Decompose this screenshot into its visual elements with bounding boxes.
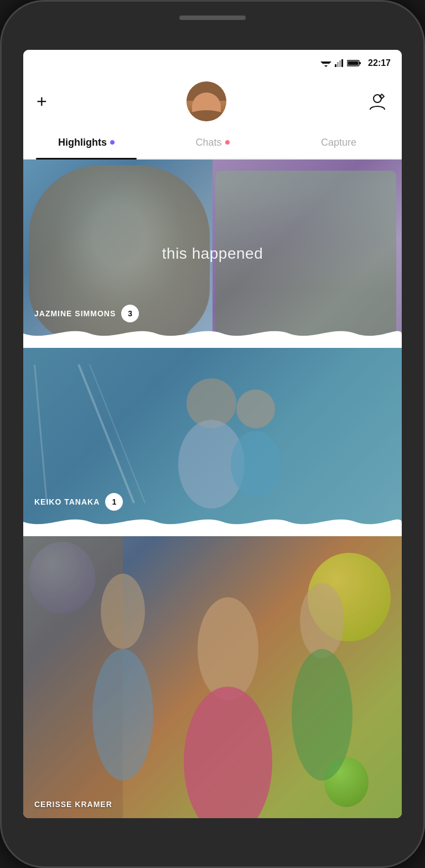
- card1-count-badge: 3: [121, 305, 139, 322]
- app-header: +: [23, 76, 402, 126]
- tab-highlights-label: Highlights: [58, 137, 107, 148]
- tab-capture-label: Capture: [321, 137, 356, 148]
- svg-rect-9: [348, 61, 359, 65]
- phone-shell: 22:17 +: [0, 0, 425, 868]
- card3-user-name: CERISSE KRAMER: [34, 800, 112, 809]
- card2-user-name: KEIKO TANAKA: [34, 497, 100, 506]
- wave-svg-1: [23, 322, 402, 348]
- content-area: this happened JAZMINE SIMMONS 3: [23, 160, 402, 818]
- contacts-icon[interactable]: [366, 90, 388, 112]
- card2-count-badge: 1: [105, 493, 123, 511]
- status-bar: 22:17: [23, 50, 402, 76]
- tab-highlights[interactable]: Highlights: [23, 126, 149, 158]
- svg-rect-6: [341, 59, 343, 67]
- signal-icon: [335, 59, 344, 67]
- svg-rect-8: [359, 62, 361, 64]
- card2-user-info: KEIKO TANAKA 1: [34, 493, 123, 511]
- wave-svg-2: [23, 511, 402, 536]
- card3-user-info: CERISSE KRAMER: [34, 799, 112, 809]
- wifi-icon: [320, 59, 331, 68]
- wave-divider-1: [23, 322, 402, 348]
- add-button[interactable]: +: [37, 93, 47, 110]
- story-card-keiko[interactable]: KEIKO TANAKA 1: [23, 348, 402, 536]
- avatar-face: [186, 81, 226, 121]
- phone-screen: 22:17 +: [23, 50, 402, 818]
- card1-user-name: JAZMINE SIMMONS: [34, 309, 116, 318]
- profile-avatar[interactable]: [186, 81, 226, 121]
- story-card-jazmine[interactable]: this happened JAZMINE SIMMONS 3: [23, 160, 402, 348]
- status-icons: 22:17: [320, 58, 391, 68]
- avatar-body: [186, 110, 226, 121]
- contacts-svg-icon: [367, 91, 388, 112]
- story-card-cerisse[interactable]: CERISSE KRAMER: [23, 536, 402, 818]
- tab-capture[interactable]: Capture: [276, 126, 402, 158]
- tabs-bar: Highlights Chats Capture: [23, 126, 402, 160]
- card3-overlay: [23, 536, 402, 818]
- card1-user-info: JAZMINE SIMMONS 3: [34, 305, 139, 322]
- status-time: 22:17: [368, 58, 391, 68]
- svg-marker-2: [324, 65, 328, 67]
- svg-rect-5: [339, 60, 341, 67]
- svg-rect-3: [335, 64, 336, 67]
- tab-chats[interactable]: Chats: [149, 126, 276, 158]
- tab-chats-dot: [225, 140, 230, 145]
- wave-divider-2: [23, 511, 402, 536]
- tab-chats-label: Chats: [195, 137, 221, 148]
- this-happened-text: this happened: [162, 245, 263, 263]
- tab-highlights-dot: [110, 140, 115, 145]
- svg-rect-4: [337, 62, 339, 67]
- battery-icon: [347, 59, 361, 67]
